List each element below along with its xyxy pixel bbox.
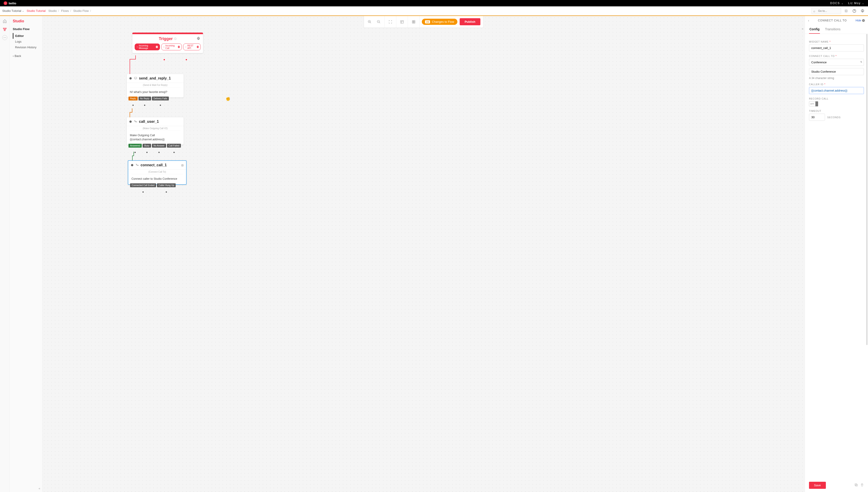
out-connected-call-ended[interactable]: Connected Call Ended — [130, 183, 156, 187]
trigger-title: Trigger — [159, 36, 173, 41]
output-port[interactable] — [132, 104, 134, 106]
panel-hide-button[interactable]: Hide? — [855, 19, 865, 22]
input-widget-name[interactable] — [809, 44, 864, 51]
changes-label: Changes to Flow — [432, 20, 454, 23]
output-port[interactable] — [163, 58, 166, 61]
input-port[interactable] — [129, 77, 132, 79]
save-button[interactable]: Save — [809, 482, 826, 489]
layout1-icon[interactable] — [399, 19, 405, 25]
chevron-down-icon: ⌄ — [862, 2, 864, 4]
close-icon[interactable]: ⊗ — [181, 163, 184, 167]
widget-subtitle: (Connect Call To) — [131, 170, 183, 174]
breadcrumb-flows[interactable]: Flows — [61, 9, 69, 13]
widget-title: connect_call_1 — [141, 163, 167, 167]
output-port[interactable] — [134, 151, 136, 153]
svg-rect-14 — [134, 77, 137, 79]
call-user-widget[interactable]: call_user_1 (Make Outgoing Call V2) Make… — [127, 117, 183, 145]
input-conference-name[interactable] — [809, 68, 864, 75]
gear-icon[interactable] — [197, 37, 200, 41]
duplicate-icon[interactable] — [854, 483, 858, 488]
tab-transitions[interactable]: Transitions — [824, 25, 841, 34]
sidebar-item-revision-history[interactable]: Revision History — [13, 44, 40, 50]
svg-point-13 — [198, 38, 199, 39]
trigger-chip-incoming-call[interactable]: ○Incoming Call? — [161, 44, 182, 50]
trigger-chip-rest-api[interactable]: ○REST API? — [183, 44, 201, 50]
zoom-in-icon[interactable] — [366, 19, 373, 25]
panel-collapse-icon[interactable]: « — [802, 27, 803, 30]
sidebar-collapse-icon[interactable]: « — [39, 487, 40, 490]
trash-icon[interactable] — [860, 483, 864, 488]
app-switcher[interactable]: Studio Tutorial ⌄ — [2, 9, 24, 13]
sidebar-item-editor[interactable]: Editor — [13, 33, 40, 39]
debug-icon[interactable] — [843, 8, 849, 14]
input-port[interactable] — [131, 164, 133, 166]
breadcrumb: Studio/ Flows/ Studio Flow/ — [48, 9, 92, 13]
widget-subtitle: (Make Outgoing Call V2) — [130, 126, 180, 131]
tab-config[interactable]: Config — [809, 25, 820, 34]
svg-rect-4 — [5, 28, 6, 29]
left-rail: ⋯ — [0, 16, 9, 492]
out-no-answer[interactable]: No Answer — [152, 144, 166, 148]
help-icon[interactable] — [851, 8, 858, 14]
sidebar-item-logs[interactable]: Logs — [13, 39, 40, 44]
output-port[interactable] — [165, 191, 168, 193]
sidebar-title[interactable]: Studio — [13, 19, 40, 23]
breadcrumb-studio-flow[interactable]: Studio Flow — [73, 9, 89, 13]
output-port[interactable] — [144, 104, 146, 106]
grab-cursor-icon: ✊ — [226, 97, 230, 101]
canvas[interactable]: 15 Changes to Flow Publish Trigger ⓘ — [42, 16, 805, 492]
out-answered[interactable]: Answered — [128, 144, 142, 148]
sidebar-section[interactable]: Studio Flow — [13, 27, 40, 31]
more-icon[interactable]: ⋯ — [2, 35, 7, 40]
svg-rect-15 — [855, 484, 857, 486]
widget-title: send_and_reply_1 — [139, 76, 171, 80]
canvas-toolbar: 15 Changes to Flow Publish — [364, 16, 483, 28]
settings-icon[interactable] — [859, 8, 866, 14]
app-context[interactable]: Studio Tutorial — [27, 9, 46, 13]
conference-hint: A 34 character string — [809, 76, 864, 80]
toggle-record-call[interactable]: OFF — [809, 101, 864, 106]
changes-badge[interactable]: 15 Changes to Flow — [422, 19, 457, 25]
user-menu[interactable]: Liz Moy ⌄ — [848, 2, 864, 5]
out-no-reply[interactable]: No Reply — [139, 97, 151, 100]
twilio-logo[interactable]: :: twilio — [4, 1, 16, 5]
studio-icon[interactable] — [2, 27, 7, 32]
trigger-widget[interactable]: Trigger ⓘ ○Incoming Message? ○Incoming C… — [132, 32, 203, 53]
label-widget-name: WIDGET NAME * — [809, 40, 864, 43]
config-panel: « ‹ CONNECT CALL TO Hide? Config Transit… — [805, 16, 868, 492]
input-port[interactable] — [129, 121, 132, 123]
out-call-failed[interactable]: Call Failed — [167, 144, 181, 148]
output-port[interactable] — [173, 151, 175, 153]
out-caller-hung-up[interactable]: Caller Hung Up — [157, 183, 176, 187]
select-connect-to[interactable]: Conference — [809, 59, 864, 66]
docs-menu[interactable]: DOCS ⌄ — [830, 2, 844, 5]
output-port[interactable] — [159, 104, 162, 106]
label-timeout: TIMEOUT — [809, 109, 864, 112]
input-caller-id[interactable] — [809, 87, 864, 94]
out-busy[interactable]: Busy — [143, 144, 151, 148]
search-input[interactable] — [812, 8, 841, 14]
out-reply[interactable]: Reply — [128, 97, 138, 100]
chevron-down-icon: ⌄ — [841, 2, 844, 4]
connect-call-widget[interactable]: connect_call_1 ⊗ (Connect Call To) Conne… — [128, 161, 187, 185]
send-and-reply-widget[interactable]: send_and_reply_1 (Send & Wait For Reply)… — [127, 74, 183, 98]
sidebar-back[interactable]: ‹ Back — [13, 54, 40, 58]
out-delivery-fails[interactable]: Delivery Fails — [152, 97, 169, 100]
scrollbar[interactable] — [866, 34, 868, 345]
breadcrumb-studio[interactable]: Studio — [48, 9, 57, 13]
output-port[interactable] — [146, 151, 148, 153]
zoom-out-icon[interactable] — [375, 19, 382, 25]
output-port[interactable] — [185, 58, 188, 61]
output-port[interactable] — [142, 191, 144, 193]
chevron-down-icon: ⌄ — [22, 9, 24, 12]
widget-body: Make Outgoing Call {{contact.channel.add… — [127, 131, 183, 145]
svg-point-2 — [862, 10, 863, 11]
grid-icon[interactable] — [410, 19, 417, 25]
publish-button[interactable]: Publish — [460, 18, 480, 25]
input-timeout[interactable] — [809, 114, 825, 121]
fit-screen-icon[interactable] — [387, 19, 394, 25]
help-icon[interactable]: ⓘ — [174, 37, 177, 41]
home-icon[interactable] — [2, 19, 7, 24]
trigger-chip-incoming-message[interactable]: ○Incoming Message? — [134, 44, 160, 50]
output-port[interactable] — [158, 151, 160, 153]
